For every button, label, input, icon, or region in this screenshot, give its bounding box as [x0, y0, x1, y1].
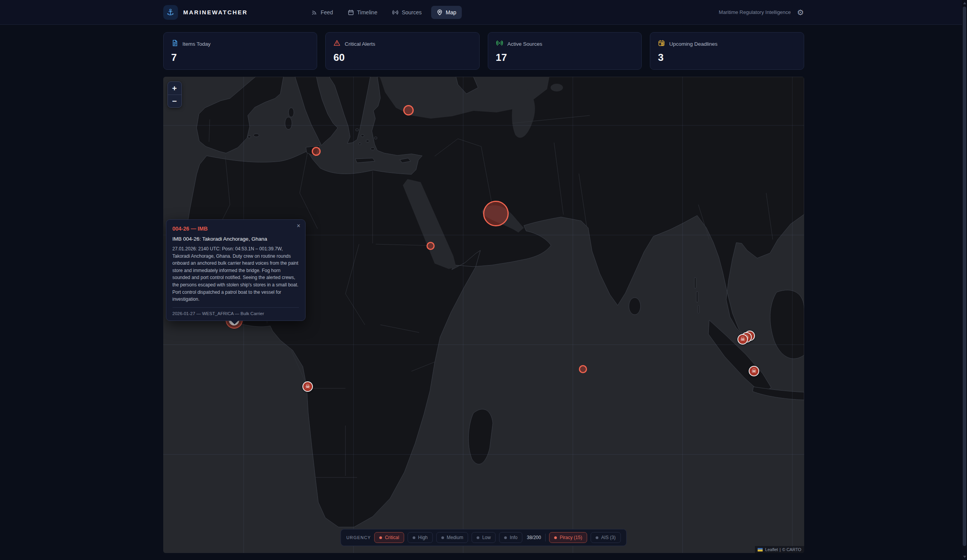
filter-pill-low[interactable]: Low [472, 532, 496, 543]
graticule-meridian [463, 77, 463, 553]
filter-pill-critical[interactable]: Critical [375, 532, 404, 543]
event-marker[interactable] [427, 242, 435, 250]
tab-label: Timeline [357, 9, 377, 16]
main-content: Items Today 7 Critical Alerts 60 Active … [163, 32, 804, 553]
graticule-parallel [163, 125, 804, 126]
event-marker[interactable] [403, 105, 414, 115]
graticule-meridian [573, 77, 573, 553]
map-canvas[interactable]: + − ☠☠☠☠☠☠ 004-26 — IMB × IMB 004-26: Ta… [163, 77, 804, 553]
stat-value: 17 [496, 52, 634, 64]
document-icon [171, 40, 178, 48]
filter-dot-icon [504, 536, 507, 539]
stat-label: Active Sources [508, 41, 542, 47]
graticule-parallel [163, 454, 804, 455]
filter-dot-icon [413, 536, 415, 539]
graticule-meridian [353, 77, 354, 553]
zoom-out-button[interactable]: − [168, 95, 181, 107]
event-marker[interactable] [483, 201, 509, 226]
alert-triangle-icon [333, 40, 340, 48]
filter-label: Low [482, 535, 491, 540]
calendar-icon [348, 9, 354, 16]
popup-body: 27.01.2026: 2140 UTC: Posn: 04:53.1N – 0… [173, 245, 299, 303]
stat-card-upcoming-deadlines: Upcoming Deadlines 3 [650, 32, 804, 70]
piracy-marker[interactable]: ☠ [302, 381, 313, 392]
filter-dot-icon [554, 536, 557, 539]
nav-subtitle: Maritime Regulatory Intelligence [719, 9, 791, 15]
calendar-clock-icon [658, 40, 665, 48]
filter-dot-icon [477, 536, 480, 539]
stat-card-items-today: Items Today 7 [163, 32, 318, 70]
filter-pill-high[interactable]: High [408, 532, 433, 543]
top-nav: ⚓ MARINEWATCHER Feed Timeline Sources Ma… [0, 0, 967, 25]
filter-label: Piracy (15) [559, 535, 582, 540]
event-popup: 004-26 — IMB × IMB 004-26: Takoradi Anch… [166, 219, 306, 321]
popup-footer: 2026-01-27 — WEST_AFRICA — Bulk Carrier [173, 311, 299, 316]
graticule-meridian [792, 77, 793, 553]
attribution-separator: | [779, 547, 781, 552]
legend-title: URGENCY [346, 535, 371, 540]
page-scrollbar[interactable] [962, 0, 967, 560]
tab-map[interactable]: Map [431, 6, 462, 19]
filter-label: High [418, 535, 428, 540]
filter-pill-ais-3[interactable]: AIS (3) [591, 532, 620, 543]
popup-headline: IMB 004-26: Takoradi Anchorage, Ghana [173, 236, 299, 242]
carto-link[interactable]: © CARTO [782, 547, 801, 552]
rss-icon [311, 9, 318, 16]
stats-row: Items Today 7 Critical Alerts 60 Active … [163, 32, 804, 70]
scroll-up-icon[interactable] [963, 2, 966, 4]
filter-pill-medium[interactable]: Medium [436, 532, 468, 543]
legend-separator [545, 534, 546, 541]
filter-label: Critical [385, 535, 399, 540]
tab-label: Map [446, 9, 456, 16]
map-pin-icon [437, 9, 443, 16]
graticule-parallel [163, 345, 804, 345]
filter-label: AIS (3) [601, 535, 615, 540]
broadcast-icon [496, 40, 503, 48]
filter-dot-icon [596, 536, 598, 539]
popup-tail [231, 320, 238, 324]
piracy-marker[interactable]: ☠ [737, 334, 748, 345]
nav-tabs: Feed Timeline Sources Map [306, 6, 462, 19]
stat-label: Upcoming Deadlines [669, 41, 718, 47]
anchor-icon: ⚓ [163, 5, 178, 20]
ukraine-flag-icon [758, 548, 763, 551]
filter-pill-info[interactable]: Info [499, 532, 523, 543]
tab-label: Sources [402, 9, 421, 16]
graticule-meridian [682, 77, 683, 553]
zoom-in-button[interactable]: + [168, 82, 181, 95]
tab-sources[interactable]: Sources [387, 6, 427, 19]
popup-divider [173, 307, 299, 308]
map-attribution: Leaflet | © CARTO [755, 546, 804, 553]
piracy-marker[interactable]: ☠ [749, 366, 759, 376]
brand-title: MARINEWATCHER [183, 9, 248, 16]
event-marker[interactable] [312, 147, 321, 156]
filter-label: Info [510, 535, 518, 540]
tab-label: Feed [321, 9, 333, 16]
filter-label: Medium [447, 535, 463, 540]
stat-label: Items Today [183, 41, 211, 47]
stat-label: Critical Alerts [345, 41, 375, 47]
filter-dot-icon [441, 536, 444, 539]
popup-title: 004-26 — IMB [173, 226, 299, 232]
extra-filters: Piracy (15)AIS (3) [549, 532, 620, 543]
result-count: 38/200 [526, 535, 542, 540]
tab-timeline[interactable]: Timeline [342, 6, 383, 19]
tab-feed[interactable]: Feed [306, 6, 338, 19]
stat-card-active-sources: Active Sources 17 [488, 32, 642, 70]
stat-value: 60 [333, 52, 471, 64]
leaflet-link[interactable]: Leaflet [765, 547, 778, 552]
gear-icon[interactable]: ⚙ [797, 9, 804, 16]
scrollbar-thumb[interactable] [963, 7, 966, 546]
filter-pill-piracy-15[interactable]: Piracy (15) [549, 532, 587, 543]
stat-value: 3 [658, 52, 796, 64]
signal-icon [392, 9, 399, 16]
event-marker[interactable] [579, 365, 587, 373]
close-icon[interactable]: × [297, 223, 300, 229]
stat-card-critical-alerts: Critical Alerts 60 [325, 32, 480, 70]
urgency-filters: CriticalHighMediumLowInfo [375, 532, 523, 543]
filter-dot-icon [380, 536, 382, 539]
stat-value: 7 [171, 52, 309, 64]
legend-bar: URGENCY CriticalHighMediumLowInfo 38/200… [340, 529, 627, 546]
zoom-control: + − [167, 81, 182, 108]
scroll-down-icon[interactable] [963, 556, 966, 558]
